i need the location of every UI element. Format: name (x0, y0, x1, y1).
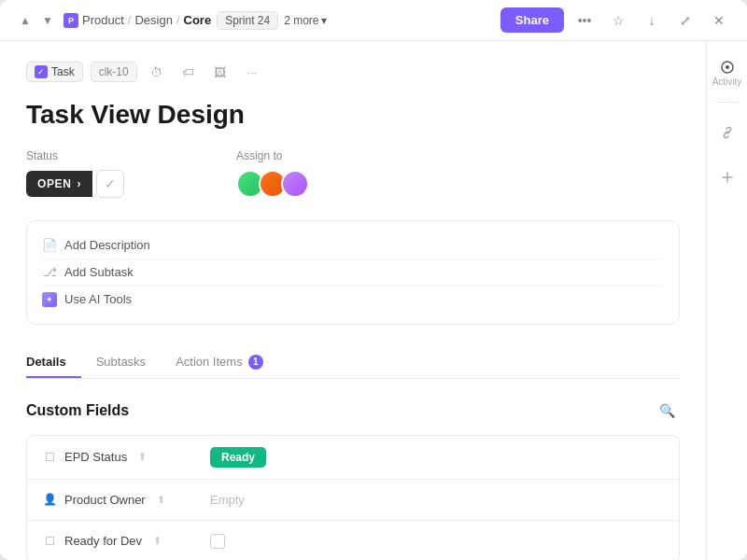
field-value-epd: Ready (210, 447, 664, 468)
sidebar-divider (716, 102, 739, 103)
breadcrumb-design[interactable]: Design (134, 13, 172, 27)
link-icon-button[interactable] (712, 118, 742, 147)
task-label: Task (51, 65, 75, 78)
more-meta-button[interactable]: ··· (240, 60, 264, 84)
breadcrumb-sep2: / (176, 13, 180, 27)
close-button[interactable]: ✕ (706, 7, 732, 34)
tab-subtasks[interactable]: Subtasks (81, 347, 161, 378)
assign-label: Assign to (236, 149, 309, 162)
add-description-label: Add Description (64, 238, 150, 252)
field-row-ready-for-dev: ☐ Ready for Dev ⬆ (27, 521, 679, 560)
owner-empty-value: Empty (210, 493, 245, 507)
main-area: ✓ Task clk-10 ⏱ 🏷 🖼 ··· Task View Design… (0, 41, 747, 560)
search-fields-button[interactable]: 🔍 (654, 398, 680, 424)
nav-arrows: ▲ ▼ (15, 10, 58, 31)
epd-lock-icon: ⬆ (138, 451, 147, 463)
task-title: Task View Design (26, 99, 680, 131)
avatar-3[interactable] (281, 170, 309, 198)
field-name-ready: ☐ Ready for Dev ⬆ (42, 534, 210, 549)
tab-details[interactable]: Details (26, 347, 81, 378)
image-icon-button[interactable]: 🖼 (208, 60, 233, 84)
field-row-epd-status: ☐ EPD Status ⬆ Ready (27, 436, 679, 480)
title-bar-left: ▲ ▼ P Product / Design / Core Sprint 24 … (15, 10, 327, 31)
more-tags-button[interactable]: 2 more ▾ (284, 14, 326, 27)
sprint-tag[interactable]: Sprint 24 (217, 11, 278, 30)
nav-up-button[interactable]: ▲ (15, 10, 35, 31)
share-button[interactable]: Share (500, 7, 564, 33)
product-icon: P (63, 13, 78, 28)
field-name-owner: 👤 Product Owner ⬆ (42, 492, 210, 507)
action-items-badge: 1 (248, 355, 263, 370)
ready-type-icon: ☐ (42, 534, 57, 549)
ready-lock-icon: ⬆ (153, 535, 162, 547)
epd-type-icon: ☐ (42, 450, 57, 465)
add-subtask-label: Add Subtask (64, 265, 134, 279)
status-chevron-icon: › (77, 177, 81, 190)
owner-type-icon: 👤 (42, 492, 57, 507)
description-icon: 📄 (42, 238, 57, 253)
status-control: OPEN › ✓ (26, 170, 124, 198)
product-owner-label: Product Owner (64, 493, 146, 507)
epd-status-label: EPD Status (64, 450, 127, 464)
right-sidebar: Activity (706, 41, 747, 560)
status-check-button[interactable]: ✓ (96, 170, 124, 198)
expand-button[interactable]: ⤢ (672, 7, 698, 34)
status-section: Status OPEN › ✓ (26, 149, 124, 198)
status-label: Status (26, 149, 124, 162)
tab-action-items[interactable]: Action Items 1 (161, 347, 278, 379)
ai-icon: ✦ (42, 292, 57, 307)
task-id: clk-10 (91, 62, 137, 82)
use-ai-tools-item[interactable]: ✦ Use AI Tools (42, 286, 664, 313)
owner-lock-icon: ⬆ (157, 494, 165, 506)
use-ai-tools-label: Use AI Tools (64, 292, 132, 306)
field-name-epd: ☐ EPD Status ⬆ (42, 450, 210, 465)
more-options-button[interactable]: ••• (571, 7, 598, 34)
title-bar: ▲ ▼ P Product / Design / Core Sprint 24 … (0, 0, 747, 41)
tag-icon-button[interactable]: 🏷 (176, 60, 201, 84)
download-button[interactable]: ↓ (639, 7, 665, 34)
field-value-ready (210, 534, 664, 549)
add-icon-button[interactable] (712, 162, 742, 192)
custom-fields-title: Custom Fields (26, 402, 129, 419)
ready-for-dev-checkbox[interactable] (210, 534, 225, 549)
nav-down-button[interactable]: ▼ (37, 10, 58, 31)
field-row-product-owner: 👤 Product Owner ⬆ Empty (27, 480, 679, 521)
title-bar-right: Share ••• ☆ ↓ ⤢ ✕ (500, 7, 732, 34)
status-value: OPEN (37, 177, 71, 190)
task-type-badge: ✓ Task (26, 62, 83, 82)
star-button[interactable]: ☆ (605, 7, 631, 34)
ready-for-dev-label: Ready for Dev (64, 534, 142, 548)
status-assign-row: Status OPEN › ✓ Assign to (26, 149, 680, 198)
task-meta-bar: ✓ Task clk-10 ⏱ 🏷 🖼 ··· (26, 60, 680, 84)
task-check-icon: ✓ (35, 65, 48, 78)
status-open-button[interactable]: OPEN › (26, 171, 92, 197)
sidebar-activity: Activity (712, 52, 742, 87)
field-value-owner: Empty (210, 493, 664, 507)
activity-label: Activity (712, 77, 742, 87)
add-subtask-item[interactable]: ⎇ Add Subtask (42, 259, 664, 286)
subtask-icon: ⎇ (42, 265, 57, 280)
svg-point-1 (726, 65, 729, 69)
avatar-group[interactable] (236, 170, 309, 198)
assign-section: Assign to (236, 149, 309, 198)
action-box: 📄 Add Description ⎇ Add Subtask ✦ Use AI… (26, 220, 680, 325)
tabs-bar: Details Subtasks Action Items 1 (26, 347, 680, 379)
check-icon: ✓ (105, 176, 116, 191)
ready-badge[interactable]: Ready (210, 447, 266, 468)
task-content: ✓ Task clk-10 ⏱ 🏷 🖼 ··· Task View Design… (0, 41, 706, 560)
breadcrumb-core[interactable]: Core (184, 13, 212, 27)
add-description-item[interactable]: 📄 Add Description (42, 232, 664, 259)
breadcrumb-product[interactable]: Product (82, 13, 124, 27)
fields-table: ☐ EPD Status ⬆ Ready 👤 Product Owner ⬆ (26, 435, 680, 560)
section-header: Custom Fields 🔍 (26, 398, 680, 424)
breadcrumb-sep1: / (128, 13, 132, 27)
timer-icon-button[interactable]: ⏱ (145, 60, 169, 84)
breadcrumb: P Product / Design / Core (63, 13, 211, 28)
